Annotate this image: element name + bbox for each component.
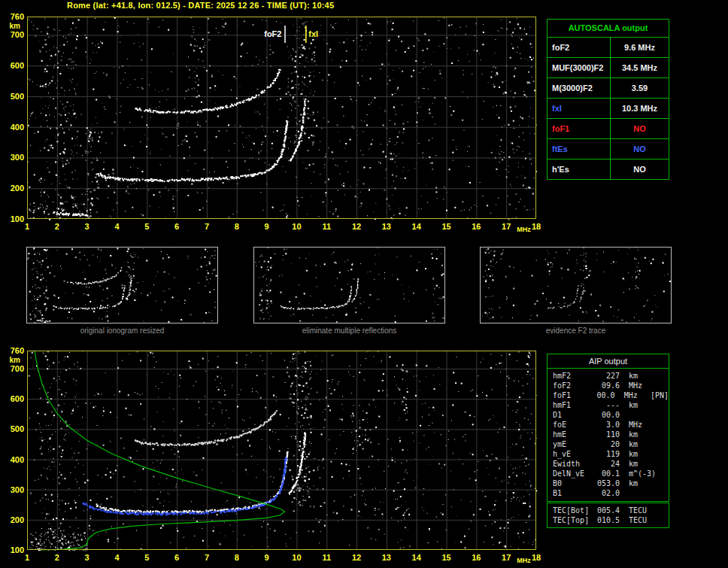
svg-text:100: 100	[11, 545, 24, 554]
aip-row-foF2: foF209.6MHz	[548, 381, 669, 390]
svg-text:200: 200	[11, 515, 24, 524]
aip-row-TEC[Bot]: TEC[Bot]005.4TECU	[548, 506, 669, 515]
aip-row-unit: km	[620, 400, 657, 410]
panel-original-resized: original ionogram resized	[26, 247, 218, 335]
aip-row-unit: TECU	[620, 515, 657, 525]
autoscala-row-label: MUF(3000)F2	[548, 58, 611, 77]
aip-row-label: Ewidth	[548, 459, 593, 469]
svg-text:700: 700	[11, 364, 24, 373]
svg-text:3: 3	[85, 553, 89, 562]
aip-row-note	[657, 506, 669, 515]
aip-row-TEC[Top]: TEC[Top]010.5TECU	[548, 515, 669, 525]
aip-table: AIP output hmF2227kmfoF209.6MHzfoF100.0M…	[547, 354, 669, 502]
svg-text:200: 200	[11, 184, 24, 193]
panel-1-plot	[26, 247, 218, 323]
marker-label-foF2: foF2	[264, 29, 281, 38]
aip-row-value: 005.4	[593, 506, 620, 515]
panel-eliminate-reflections: eliminate multiple reflections	[253, 247, 445, 335]
autoscala-row-value: NO	[611, 159, 669, 179]
aip-row-unit	[620, 410, 657, 420]
svg-text:16: 16	[472, 553, 481, 562]
autoscala-row-ftEs: ftEsNO	[548, 138, 669, 159]
autoscala-row-value: NO	[611, 119, 669, 138]
aip-row-note	[657, 400, 669, 410]
aip-row-unit: MHz	[620, 381, 657, 390]
aip-row-ymE: ymE20km	[548, 439, 669, 449]
aip-row-label: hmF2	[548, 371, 593, 381]
aip-row-label: hmF1	[548, 400, 593, 410]
autoscala-row-value: 34.5 MHz	[611, 58, 669, 77]
svg-text:12: 12	[352, 553, 361, 562]
svg-text:13: 13	[382, 553, 391, 562]
panel-trace-2	[67, 267, 122, 284]
aip-row-label: h_vE	[548, 449, 593, 459]
aip-row-note	[657, 371, 669, 381]
panel-1-caption: original ionogram resized	[26, 327, 218, 335]
grid	[28, 17, 535, 218]
noise-layer	[27, 17, 537, 220]
aip-row-DelN_vE: DelN_vE00.1m^(-3)	[548, 469, 669, 478]
aip-row-label: foE	[548, 420, 593, 430]
autoscala-row-value: 10.3 MHz	[611, 99, 669, 118]
autoscala-row-label: M(3000)F2	[548, 78, 611, 98]
x-axis-unit: MHz	[517, 557, 531, 564]
aip-row-unit: m^(-3)	[620, 469, 657, 478]
aip-row-label: B0	[548, 478, 593, 488]
aip-row-label: ymE	[548, 439, 593, 449]
svg-text:4: 4	[114, 553, 120, 562]
aip-row-unit: km	[620, 459, 657, 469]
aip-row-label: foF1	[548, 390, 590, 400]
panel-trace-1	[126, 278, 132, 300]
series-dots-1	[290, 99, 307, 161]
aip-row-note	[657, 469, 669, 478]
autoscala-row-M(3000)F2: M(3000)F23.59	[548, 77, 669, 98]
series-dots-0	[96, 120, 289, 182]
aip-row-value: 20	[593, 439, 620, 449]
svg-text:600: 600	[11, 394, 24, 403]
aip-row-B1: B102.0	[548, 488, 669, 498]
aip-row-value: 110	[593, 430, 620, 439]
series-dots-3	[83, 457, 287, 516]
svg-text:15: 15	[441, 553, 450, 562]
aip-row-note	[657, 430, 669, 439]
aip-row-label: DelN_vE	[548, 469, 593, 478]
series-dots-2	[135, 410, 278, 446]
autoscala-row-fxI: fxI10.3 MHz	[548, 98, 669, 118]
aip-row-label: hmE	[548, 430, 593, 439]
aip-row-h_vE: h_vE119km	[548, 449, 669, 459]
autoscala-row-label: ftEs	[548, 139, 611, 159]
noise-layer	[482, 248, 671, 323]
svg-text:16: 16	[472, 222, 481, 231]
aip-row-note	[657, 478, 669, 488]
svg-text:18: 18	[532, 553, 541, 562]
aip-row-note	[657, 439, 669, 449]
panel-trace-1	[352, 278, 359, 302]
aip-row-label: TEC[Bot]	[548, 506, 593, 515]
autoscala-row-label: foF2	[548, 38, 611, 57]
aip-table-title: AIP output	[548, 354, 669, 369]
aip-row-unit: km	[620, 439, 657, 449]
svg-text:7: 7	[205, 553, 209, 562]
autoscala-row-MUF(3000)F2: MUF(3000)F234.5 MHz	[548, 57, 669, 77]
aip-row-hmE: hmE110km	[548, 430, 669, 439]
svg-text:13: 13	[382, 222, 391, 231]
aip-row-label: D1	[548, 410, 593, 420]
autoscala-row-value: 3.59	[611, 78, 669, 98]
noise-layer	[27, 351, 537, 551]
aip-row-label: foF2	[548, 381, 593, 390]
aip-row-note	[657, 515, 669, 525]
svg-text:17: 17	[502, 222, 511, 231]
svg-text:10: 10	[292, 553, 301, 562]
svg-text:15: 15	[441, 222, 450, 231]
svg-text:760: 760	[11, 346, 24, 355]
aip-row-value: 3.0	[593, 420, 620, 430]
panel-evidence-f2-trace: evidence F2 trace	[480, 247, 672, 335]
aip-row-value: 00.0	[590, 390, 614, 400]
aip-row-unit: MHz	[615, 390, 651, 400]
autoscala-table-title: AUTOSCALA output	[548, 20, 669, 37]
svg-text:400: 400	[11, 455, 24, 464]
svg-text:17: 17	[502, 553, 511, 562]
svg-text:1: 1	[25, 222, 29, 231]
x-axis-unit: MHz	[517, 226, 531, 233]
svg-text:14: 14	[412, 553, 422, 562]
